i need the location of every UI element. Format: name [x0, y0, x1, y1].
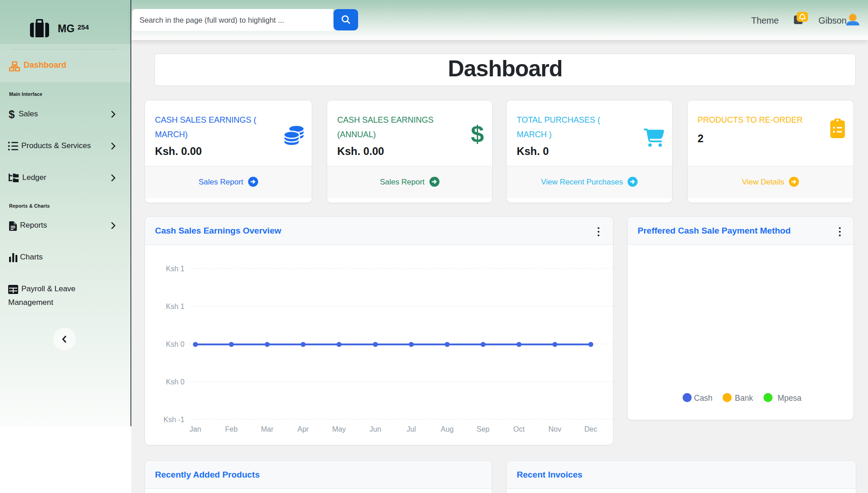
svg-text:Ksh 1: Ksh 1 [166, 303, 185, 310]
svg-text:Jun: Jun [369, 425, 381, 433]
svg-text:Ksh 0: Ksh 0 [166, 340, 185, 348]
svg-text:Feb: Feb [225, 425, 238, 433]
svg-text:Ksh 1: Ksh 1 [166, 265, 185, 273]
svg-text:Dec: Dec [584, 425, 597, 433]
svg-text:Aug: Aug [441, 425, 454, 433]
svg-text:May: May [332, 425, 346, 433]
svg-text:Mar: Mar [261, 425, 274, 433]
svg-text:Jan: Jan [190, 425, 201, 433]
svg-text:Ksh -1: Ksh -1 [164, 416, 185, 423]
svg-text:Oct: Oct [514, 425, 525, 433]
svg-text:Apr: Apr [298, 425, 309, 433]
svg-text:Sep: Sep [477, 425, 490, 433]
svg-text:Ksh 0: Ksh 0 [166, 378, 185, 386]
svg-text:Jul: Jul [407, 425, 416, 433]
svg-text:Nov: Nov [549, 425, 561, 433]
